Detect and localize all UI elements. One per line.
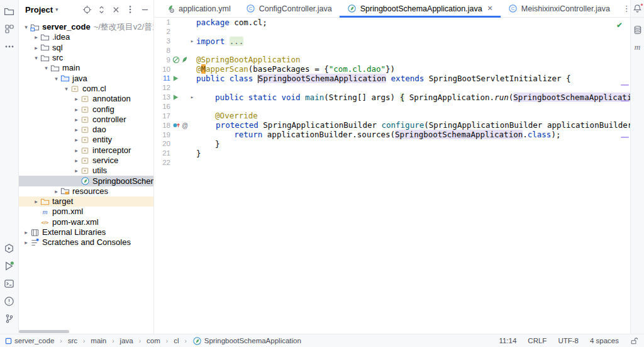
status-segment-4-spaces[interactable]: 4 spaces bbox=[590, 337, 619, 344]
code-line-20[interactable]: 20} bbox=[154, 139, 630, 149]
tool-strip-button[interactable] bbox=[2, 241, 17, 256]
code-line-16[interactable]: 16 bbox=[154, 102, 630, 111]
tree-item-annotation[interactable]: ▸annotation bbox=[19, 94, 154, 104]
status-segment-crlf[interactable]: CRLF bbox=[528, 337, 547, 344]
breadcrumb-item-com[interactable]: com bbox=[147, 337, 160, 344]
close-tab-icon[interactable]: ✕ bbox=[487, 4, 493, 13]
tool-strip-button[interactable] bbox=[2, 276, 17, 291]
tree-item-springbootschemaapplica[interactable]: SpringbootSchemaApplica bbox=[19, 176, 154, 186]
breadcrumb-item-main[interactable]: main bbox=[91, 337, 106, 344]
tool-strip-button[interactable] bbox=[2, 4, 17, 19]
code-line-2[interactable]: 2 bbox=[154, 27, 630, 37]
tool-strip-button[interactable] bbox=[2, 258, 17, 273]
run-icon[interactable] bbox=[172, 75, 179, 82]
chevron-right-icon[interactable]: ▸ bbox=[33, 34, 40, 40]
tree-item-service[interactable]: ▸service bbox=[19, 156, 154, 166]
tree-item-interceptor[interactable]: ▸interceptor bbox=[19, 145, 154, 156]
tree-horizontal-scrollbar[interactable] bbox=[19, 330, 69, 333]
chevron-right-icon[interactable]: ▸ bbox=[73, 168, 80, 174]
hide-panel-icon[interactable] bbox=[140, 4, 150, 14]
chevron-right-icon[interactable]: ▸ bbox=[23, 239, 30, 246]
tree-item-dao[interactable]: ▸dao bbox=[19, 125, 154, 135]
tree-item-sql[interactable]: ▸sql bbox=[19, 43, 154, 53]
code-line-11[interactable]: 11public class SpringbootSchemaApplicati… bbox=[154, 74, 630, 83]
chevron-right-icon[interactable]: ▸ bbox=[23, 229, 30, 236]
chevron-down-icon[interactable]: ▾ bbox=[53, 76, 60, 82]
spring-slash-icon[interactable] bbox=[172, 56, 180, 64]
annotated-icon[interactable]: @ bbox=[181, 122, 189, 129]
code-line-19[interactable]: 19return applicationBuilder.sources(Spri… bbox=[154, 130, 630, 139]
code-line-8[interactable]: 8 bbox=[154, 46, 630, 55]
fold-chevron-icon[interactable]: ▸ bbox=[188, 94, 196, 100]
tab-application-yml[interactable]: application.yml bbox=[158, 0, 238, 17]
chevron-right-icon[interactable]: ▸ bbox=[53, 188, 60, 195]
run-icon[interactable] bbox=[172, 94, 179, 101]
tool-strip-button[interactable] bbox=[2, 293, 17, 309]
fold-chevron-icon[interactable]: ▸ bbox=[188, 38, 196, 44]
chevron-down-icon[interactable]: ▾ bbox=[43, 65, 50, 71]
chevron-right-icon[interactable]: ▸ bbox=[73, 157, 80, 164]
more-options-icon[interactable] bbox=[125, 4, 135, 14]
breadcrumb-item-cl[interactable]: cl bbox=[174, 337, 179, 344]
spring-leaf-icon[interactable] bbox=[180, 56, 188, 64]
code-editor[interactable]: 1package com.cl;23▸import ...89@SpringBo… bbox=[154, 18, 630, 334]
locate-file-icon[interactable] bbox=[82, 4, 92, 14]
tree-item-resources[interactable]: ▸resources bbox=[19, 186, 154, 196]
tree-item-scratches-and-consoles[interactable]: ▸Scratches and Consoles bbox=[19, 237, 154, 247]
maven-tool-button[interactable]: m bbox=[632, 42, 643, 53]
tab-springbootschemaapplication-java[interactable]: SpringbootSchemaApplication.java✕ bbox=[340, 0, 501, 17]
tree-item-com-cl[interactable]: ▾com.cl bbox=[19, 84, 154, 94]
tool-strip-button[interactable] bbox=[2, 311, 17, 326]
code-line-1[interactable]: 1package com.cl; bbox=[154, 18, 630, 27]
code-line-18[interactable]: 18@protected SpringApplicationBuilder co… bbox=[154, 120, 630, 130]
code-line-3[interactable]: 3▸import ... bbox=[154, 37, 630, 46]
tab-meishixinxicontroller-java[interactable]: CMeishixinxiController.java bbox=[501, 0, 618, 17]
lock-open-icon[interactable] bbox=[630, 337, 638, 345]
chevron-right-icon[interactable]: ▸ bbox=[33, 198, 40, 205]
project-panel-title[interactable]: Project bbox=[25, 5, 53, 14]
database-tool-button[interactable] bbox=[632, 24, 643, 35]
tree-item-config[interactable]: ▸config bbox=[19, 104, 154, 114]
chevron-down-icon[interactable]: ▾ bbox=[33, 55, 40, 61]
tree-item-external-libraries[interactable]: ▸External Libraries bbox=[19, 227, 154, 237]
chevron-right-icon[interactable]: ▸ bbox=[73, 137, 80, 143]
chevron-down-icon[interactable]: ▾ bbox=[23, 24, 30, 30]
chevron-down-icon[interactable]: ▾ bbox=[63, 86, 70, 92]
chevron-right-icon[interactable]: ▸ bbox=[33, 45, 40, 51]
breadcrumb-item-java[interactable]: java bbox=[120, 337, 133, 344]
breadcrumb-item-src[interactable]: src bbox=[68, 337, 77, 344]
status-segment-11-14[interactable]: 11:14 bbox=[499, 337, 516, 344]
tree-item-main[interactable]: ▾main bbox=[19, 63, 154, 73]
code-line-22[interactable]: 22 bbox=[154, 158, 630, 168]
expand-collapse-icon[interactable] bbox=[96, 4, 106, 14]
code-line-17[interactable]: 17@Override bbox=[154, 111, 630, 120]
tab-configcontroller-java[interactable]: CConfigController.java bbox=[238, 0, 340, 17]
chevron-right-icon[interactable]: ▸ bbox=[73, 96, 80, 102]
tree-item-pom-xml[interactable]: mpom.xml bbox=[19, 207, 154, 217]
tree-item-entity[interactable]: ▸entity bbox=[19, 135, 154, 145]
breadcrumb-item-server_code[interactable]: server_code bbox=[14, 337, 54, 344]
tree-item-server-code[interactable]: ▾server_code~/整改项目v2/普通项目/PTC bbox=[19, 22, 154, 32]
tree-item--idea[interactable]: ▸.idea bbox=[19, 32, 154, 42]
tree-item-controller[interactable]: ▸controller bbox=[19, 115, 154, 125]
status-segment-utf-8[interactable]: UTF-8 bbox=[558, 337, 579, 344]
notifications-button[interactable] bbox=[632, 3, 643, 14]
code-line-21[interactable]: 21} bbox=[154, 149, 630, 158]
collapse-all-icon[interactable] bbox=[111, 4, 121, 14]
tree-item-java[interactable]: ▾java bbox=[19, 73, 154, 83]
tree-item-pom-war-xml[interactable]: </>pom-war.xml bbox=[19, 217, 154, 227]
breadcrumb-item-springbootschemaapplication[interactable]: SpringbootSchemaApplication bbox=[204, 337, 301, 344]
code-line-12[interactable]: 12 bbox=[154, 83, 630, 93]
tool-strip-button[interactable] bbox=[2, 39, 17, 54]
override-icon[interactable] bbox=[172, 122, 180, 129]
chevron-right-icon[interactable]: ▸ bbox=[73, 127, 80, 133]
code-line-9[interactable]: 9@SpringBootApplication bbox=[154, 55, 630, 64]
chevron-right-icon[interactable]: ▸ bbox=[73, 106, 80, 113]
code-line-13[interactable]: 13▸public static void main(String[] args… bbox=[154, 93, 630, 102]
tool-strip-button[interactable] bbox=[2, 21, 17, 37]
chevron-right-icon[interactable]: ▸ bbox=[73, 117, 80, 123]
code-line-10[interactable]: 10@MapperScan(basePackages = {"com.cl.da… bbox=[154, 64, 630, 74]
tree-item-target[interactable]: ▸target bbox=[19, 196, 154, 207]
tree-item-utils[interactable]: ▸utils bbox=[19, 166, 154, 176]
chevron-right-icon[interactable]: ▸ bbox=[73, 147, 80, 154]
